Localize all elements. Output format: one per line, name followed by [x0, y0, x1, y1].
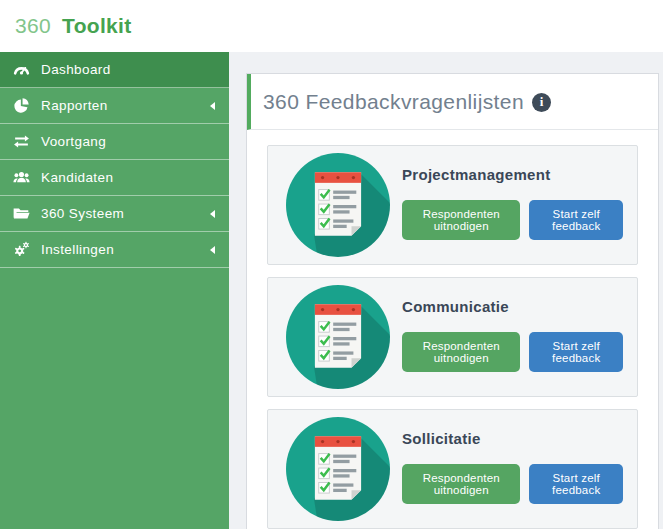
- checklist-clipboard-icon: [286, 417, 390, 521]
- submenu-caret-icon: [210, 210, 215, 218]
- invite-respondents-button[interactable]: Respondenten uitnodigen: [402, 200, 520, 240]
- questionnaire-card-communicatie: Communicatie Respondenten uitnodigen Sta…: [267, 277, 638, 397]
- sidebar-item-label: Instellingen: [41, 242, 210, 257]
- info-circle-icon[interactable]: i: [532, 93, 551, 112]
- content-panel: 360 Feedbackvragenlijsten i Projectmanag…: [246, 73, 659, 529]
- sidebar-item-kandidaten[interactable]: Kandidaten: [0, 160, 229, 196]
- sidebar-item-voortgang[interactable]: Voortgang: [0, 124, 229, 160]
- card-title: Projectmanagement: [402, 166, 623, 183]
- sidebar-nav: Dashboard Rapporten Voortgang: [0, 52, 229, 529]
- submenu-caret-icon: [210, 246, 215, 254]
- start-self-feedback-button[interactable]: Start zelf feedback: [529, 200, 623, 240]
- checklist-clipboard-icon: [286, 153, 390, 257]
- card-title: Communicatie: [402, 298, 623, 315]
- users-icon: [13, 169, 30, 186]
- sidebar-item-label: Dashboard: [41, 62, 217, 77]
- sidebar-item-label: Kandidaten: [41, 170, 217, 185]
- main-content: 360 Feedbackvragenlijsten i Projectmanag…: [229, 52, 663, 529]
- questionnaire-list: Projectmanagement Respondenten uitnodige…: [247, 130, 658, 529]
- pie-chart-icon: [13, 97, 30, 114]
- questionnaire-card-projectmanagement: Projectmanagement Respondenten uitnodige…: [267, 145, 638, 265]
- page-title: 360 Feedbackvragenlijsten: [263, 90, 524, 114]
- sidebar-item-label: 360 Systeem: [41, 206, 210, 221]
- dashboard-gauge-icon: [13, 61, 30, 78]
- sidebar-item-rapporten[interactable]: Rapporten: [0, 88, 229, 124]
- sidebar-item-360-systeem[interactable]: 360 Systeem: [0, 196, 229, 232]
- logo-name: Toolkit: [62, 14, 131, 37]
- sidebar-item-instellingen[interactable]: Instellingen: [0, 232, 229, 268]
- card-title: Sollicitatie: [402, 430, 623, 447]
- cogs-icon: [13, 241, 30, 258]
- app-logo[interactable]: 360 Toolkit: [15, 14, 131, 38]
- checklist-clipboard-icon: [286, 285, 390, 389]
- exchange-arrows-icon: [13, 133, 30, 150]
- start-self-feedback-button[interactable]: Start zelf feedback: [529, 332, 623, 372]
- folder-open-icon: [13, 205, 30, 222]
- sidebar-item-dashboard[interactable]: Dashboard: [0, 52, 229, 88]
- invite-respondents-button[interactable]: Respondenten uitnodigen: [402, 464, 520, 504]
- invite-respondents-button[interactable]: Respondenten uitnodigen: [402, 332, 520, 372]
- top-header: 360 Toolkit: [0, 0, 663, 52]
- sidebar-item-label: Voortgang: [41, 134, 217, 149]
- sidebar-item-label: Rapporten: [41, 98, 210, 113]
- logo-prefix: 360: [15, 14, 51, 37]
- submenu-caret-icon: [210, 102, 215, 110]
- questionnaire-card-sollicitatie: Sollicitatie Respondenten uitnodigen Sta…: [267, 409, 638, 529]
- start-self-feedback-button[interactable]: Start zelf feedback: [529, 464, 623, 504]
- panel-header: 360 Feedbackvragenlijsten i: [247, 74, 658, 130]
